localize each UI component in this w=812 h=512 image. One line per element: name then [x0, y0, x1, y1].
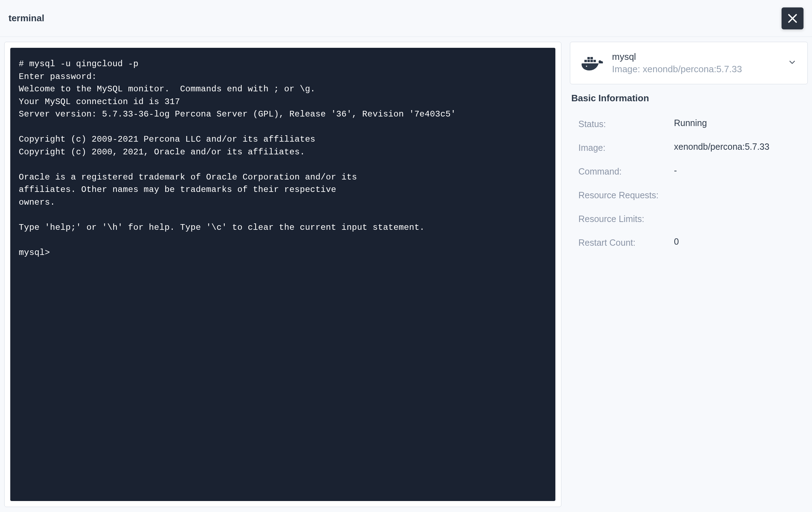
info-label: Command: — [578, 165, 674, 178]
header: terminal — [0, 0, 812, 37]
svg-rect-7 — [594, 60, 596, 62]
info-row-resource-limits: Resource Limits: — [578, 207, 804, 231]
main-content: # mysql -u qingcloud -p Enter password: … — [0, 37, 812, 512]
docker-icon — [581, 55, 604, 71]
svg-rect-4 — [590, 60, 593, 62]
close-icon — [786, 12, 799, 25]
chevron-down-button[interactable] — [788, 58, 797, 68]
info-row-status: Status: Running — [578, 112, 804, 136]
info-row-resource-requests: Resource Requests: — [578, 183, 804, 207]
info-label: Resource Requests: — [578, 189, 674, 201]
terminal-output[interactable]: # mysql -u qingcloud -p Enter password: … — [10, 48, 555, 501]
close-button[interactable] — [782, 7, 804, 29]
info-label: Resource Limits: — [578, 213, 674, 225]
info-label: Restart Count: — [578, 237, 674, 249]
svg-rect-5 — [588, 57, 590, 59]
info-label: Image: — [578, 142, 674, 154]
svg-rect-6 — [590, 57, 593, 59]
info-row-image: Image: xenondb/percona:5.7.33 — [578, 136, 804, 160]
container-card[interactable]: mysql Image: xenondb/percona:5.7.33 — [570, 42, 808, 84]
info-value: Running — [674, 118, 804, 128]
basic-info-title: Basic Information — [570, 93, 808, 104]
container-name: mysql — [612, 51, 779, 62]
container-image-label: Image: xenondb/percona:5.7.33 — [612, 64, 779, 75]
info-row-restart-count: Restart Count: 0 — [578, 231, 804, 255]
info-value: 0 — [674, 237, 804, 247]
info-value: xenondb/percona:5.7.33 — [674, 142, 804, 152]
svg-rect-2 — [584, 60, 587, 62]
side-panel: mysql Image: xenondb/percona:5.7.33 Basi… — [570, 42, 808, 507]
svg-rect-3 — [588, 60, 590, 62]
basic-info-table: Status: Running Image: xenondb/percona:5… — [570, 112, 808, 255]
header-title: terminal — [8, 13, 44, 24]
container-info: mysql Image: xenondb/percona:5.7.33 — [612, 51, 779, 75]
chevron-down-icon — [788, 58, 797, 67]
info-label: Status: — [578, 118, 674, 130]
terminal-panel: # mysql -u qingcloud -p Enter password: … — [4, 42, 561, 507]
info-row-command: Command: - — [578, 160, 804, 183]
info-value: - — [674, 165, 804, 176]
svg-point-8 — [586, 66, 587, 67]
